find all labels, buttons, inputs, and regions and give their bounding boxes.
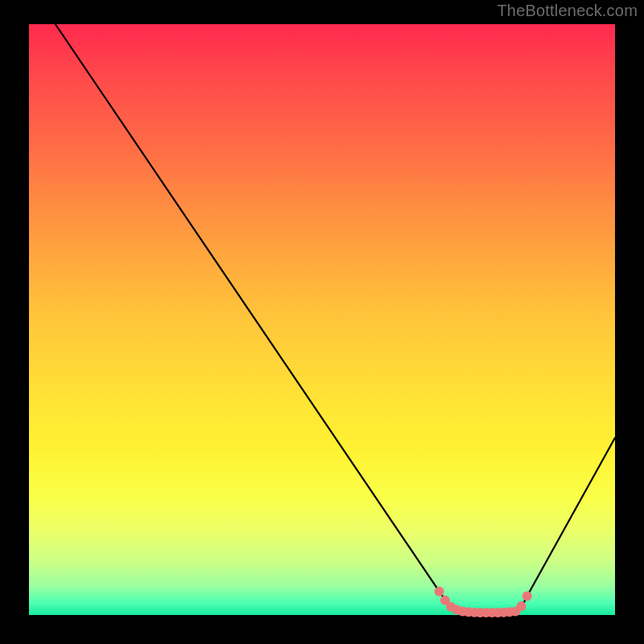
attribution-label: TheBottleneck.com (497, 2, 638, 20)
chart-container: TheBottleneck.com (0, 0, 644, 644)
plot-area (29, 24, 615, 615)
marker-group (435, 587, 532, 617)
marker-dot (517, 601, 526, 611)
marker-dot (522, 592, 532, 601)
chart-svg (29, 24, 615, 615)
bottleneck-curve-path (56, 24, 615, 613)
marker-dot (435, 587, 444, 597)
